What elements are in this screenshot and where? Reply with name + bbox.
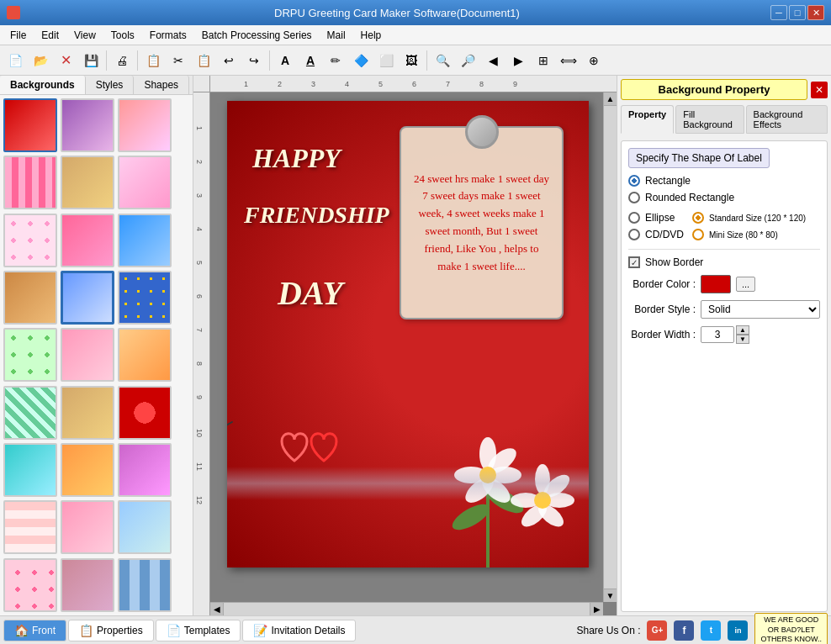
menu-help[interactable]: Help	[354, 28, 389, 43]
thumb-9[interactable]	[118, 214, 172, 267]
thumb-26[interactable]	[61, 558, 114, 612]
thumb-11[interactable]	[61, 271, 114, 325]
thumb-21[interactable]	[118, 443, 172, 497]
open-button[interactable]: 📂	[29, 49, 52, 72]
scroll-right[interactable]: ▲ ▼	[603, 92, 617, 602]
grid-button[interactable]: ⊞	[532, 49, 555, 72]
size-mini[interactable]: Mini Size (80 * 80)	[692, 229, 806, 240]
image-button[interactable]: 🖼	[400, 49, 423, 72]
size-standard[interactable]: Standard Size (120 * 120)	[692, 212, 806, 224]
thumb-24[interactable]	[118, 500, 172, 554]
text-button[interactable]: A	[273, 49, 297, 72]
thumb-12[interactable]	[118, 271, 172, 325]
menu-file[interactable]: File	[3, 28, 33, 43]
menu-tools[interactable]: Tools	[104, 28, 141, 43]
thumb-8[interactable]	[61, 214, 114, 267]
text2-button[interactable]: A	[299, 49, 322, 72]
cut-button[interactable]: ✂	[167, 49, 190, 72]
thumb-14[interactable]	[61, 328, 114, 382]
scroll-left-btn[interactable]: ◀	[210, 603, 224, 615]
border-width-input[interactable]: 3	[701, 326, 734, 343]
zoom-in-button[interactable]: 🔍	[431, 49, 454, 72]
maximize-button[interactable]: □	[789, 5, 806, 20]
tab-bg-effects[interactable]: Background Effects	[746, 105, 828, 134]
tab-fill-bg[interactable]: Fill Background	[675, 105, 744, 134]
minimize-button[interactable]: ─	[770, 5, 787, 20]
shape-rectangle[interactable]: Rectangle	[628, 175, 820, 187]
tab-front[interactable]: 🏠 Front	[3, 620, 66, 641]
shape-cddvd[interactable]: CD/DVD	[628, 229, 684, 240]
thumb-18[interactable]	[118, 386, 172, 440]
tab-shapes[interactable]: Shapes	[134, 76, 189, 94]
tab-styles[interactable]: Styles	[86, 76, 135, 94]
tab-backgrounds[interactable]: Backgrounds	[0, 76, 86, 94]
ruler-left: 1 2 3 4 5 6 7 8 9 10 11 12	[193, 92, 210, 615]
menu-edit[interactable]: Edit	[34, 28, 66, 43]
menu-batch[interactable]: Batch Processing Series	[195, 28, 319, 43]
thumb-22[interactable]	[3, 500, 57, 554]
align-right-button[interactable]: ▶	[506, 49, 530, 72]
undo-button[interactable]: ↩	[217, 49, 241, 72]
menu-formats[interactable]: Formats	[143, 28, 193, 43]
radio-cddvd-icon	[628, 229, 640, 240]
tab-templates[interactable]: 📄 Templates	[156, 620, 241, 641]
thumb-23[interactable]	[61, 500, 114, 554]
tab-properties[interactable]: 📋 Properties	[68, 620, 154, 641]
thumb-4[interactable]	[3, 156, 57, 209]
tab-invitation[interactable]: 📝 Invitation Details	[242, 620, 356, 641]
magnify-button[interactable]: ⊕	[582, 49, 606, 72]
thumb-20[interactable]	[61, 443, 114, 497]
zoom-out-button[interactable]: 🔎	[456, 49, 479, 72]
tab-property[interactable]: Property	[621, 105, 674, 134]
print-button[interactable]: 🖨	[110, 49, 134, 72]
google-plus-button[interactable]: G+	[647, 620, 667, 641]
thumb-16[interactable]	[3, 386, 57, 440]
shape-rounded-rect[interactable]: Rounded Rectangle	[628, 192, 820, 203]
rect-button[interactable]: ⬜	[374, 49, 398, 72]
close-button[interactable]: ✕	[807, 5, 824, 20]
thumb-27[interactable]	[118, 558, 172, 612]
twitter-button[interactable]: t	[701, 620, 721, 641]
redo-button[interactable]: ↪	[242, 49, 266, 72]
border-color-picker-button[interactable]: ...	[736, 277, 755, 292]
thumb-3[interactable]	[118, 98, 172, 152]
copy-button[interactable]: 📋	[141, 49, 165, 72]
thumb-13[interactable]	[3, 328, 57, 382]
save-button[interactable]: ✕	[54, 49, 77, 72]
thumb-7[interactable]	[3, 214, 57, 267]
spinner-up-button[interactable]: ▲	[736, 325, 749, 335]
scroll-right-btn[interactable]: ▶	[590, 603, 603, 615]
show-border-checkbox[interactable]: ✓	[628, 256, 640, 268]
thumb-15[interactable]	[118, 328, 172, 382]
scroll-up-btn[interactable]: ▲	[604, 92, 617, 106]
thumb-5[interactable]	[61, 156, 114, 209]
menu-mail[interactable]: Mail	[320, 28, 352, 43]
thumb-6[interactable]	[118, 156, 172, 209]
border-color-swatch[interactable]	[701, 275, 731, 293]
paste-button[interactable]: 📋	[192, 49, 215, 72]
scroll-down-btn[interactable]: ▼	[604, 589, 617, 602]
thumb-17[interactable]	[61, 386, 114, 440]
spinner-down-button[interactable]: ▼	[736, 335, 749, 344]
new-button[interactable]: 📄	[3, 49, 27, 72]
border-style-select[interactable]: Solid Dashed Dotted	[701, 300, 820, 319]
tab-invitation-label: Invitation Details	[271, 625, 345, 636]
thumb-10[interactable]	[3, 271, 57, 325]
linkedin-button[interactable]: in	[728, 620, 748, 641]
thumb-25[interactable]	[3, 558, 57, 612]
draw-button[interactable]: ✏	[324, 49, 347, 72]
thumb-1[interactable]	[3, 98, 57, 152]
save2-button[interactable]: 💾	[79, 49, 103, 72]
card-scroll: 24 sweet hrs make 1 sweet day 7 sweet da…	[400, 126, 564, 319]
facebook-button[interactable]: f	[674, 620, 694, 641]
thumb-2[interactable]	[61, 98, 114, 152]
thumb-19[interactable]	[3, 443, 57, 497]
bg-prop-close-button[interactable]: ✕	[811, 82, 828, 98]
card-canvas[interactable]: HAPPY FRIENDSHIP DAY 24 sweet hrs make 1…	[227, 101, 589, 567]
scroll-bottom[interactable]: ◀ ▶	[210, 602, 603, 615]
shape-ellipse[interactable]: Ellipse	[628, 212, 684, 224]
shape-button[interactable]: 🔷	[349, 49, 373, 72]
menu-view[interactable]: View	[67, 28, 103, 43]
align-left-button[interactable]: ◀	[481, 49, 505, 72]
flip-button[interactable]: ⟺	[557, 49, 580, 72]
